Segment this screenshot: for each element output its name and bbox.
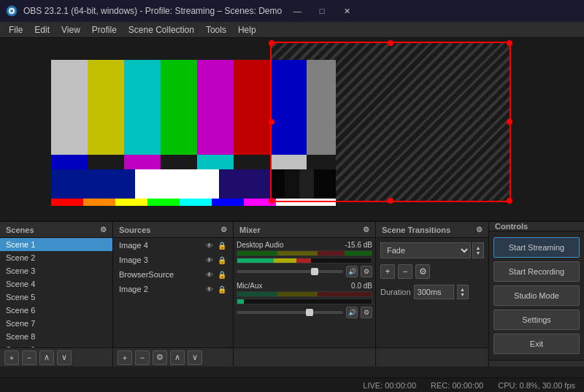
svg-rect-34: [244, 199, 276, 206]
transitions-title: Scene Transitions: [382, 226, 450, 234]
source-visibility-icon[interactable]: 👁: [204, 269, 215, 280]
remove-transition-button[interactable]: −: [398, 264, 412, 279]
svg-rect-35: [276, 199, 336, 206]
desktop-audio-label: Desktop Audio: [237, 241, 284, 249]
add-transition-button[interactable]: +: [380, 264, 395, 279]
title-text: OBS 23.2.1 (64-bit, windows) - Profile: …: [23, 6, 282, 16]
transition-arrow-button[interactable]: ▲ ▼: [472, 242, 484, 258]
mixer-content: Desktop Audio -15.6 dB 🔊: [234, 238, 375, 347]
move-scene-up-button[interactable]: ∧: [39, 350, 54, 365]
svg-rect-6: [88, 60, 124, 155]
transitions-content: Fade Cut Swipe Slide ▲ ▼ + − ⚙ Duration: [376, 238, 488, 347]
duration-input[interactable]: [414, 285, 454, 299]
source-visibility-icon[interactable]: 👁: [204, 240, 215, 250]
mixer-panel-header: Mixer ⚙: [234, 222, 375, 238]
svg-rect-13: [51, 155, 88, 169]
exit-button[interactable]: Exit: [493, 334, 580, 354]
move-source-down-button[interactable]: ∨: [188, 350, 202, 365]
mixer-config-icon[interactable]: ⚙: [363, 226, 369, 234]
mic-aux-label: Mic/Aux: [237, 282, 263, 290]
source-item[interactable]: Image 2 👁 🔒: [113, 282, 233, 296]
scene-item[interactable]: Scene 3: [0, 264, 112, 277]
maximize-button[interactable]: □: [312, 4, 331, 18]
menu-scene-collection[interactable]: Scene Collection: [123, 23, 200, 36]
scene-item[interactable]: Scene 1: [0, 238, 112, 251]
scene-item[interactable]: Scene 2: [0, 251, 112, 264]
scene-item[interactable]: Scene 6: [0, 304, 112, 317]
svg-rect-20: [307, 155, 336, 169]
move-source-up-button[interactable]: ∧: [170, 350, 185, 365]
source-lock-icon[interactable]: 🔒: [217, 240, 227, 250]
svg-rect-18: [234, 155, 270, 169]
mic-aux-fader[interactable]: [237, 311, 343, 314]
scenes-config-icon[interactable]: ⚙: [100, 226, 107, 234]
transition-select[interactable]: Fade Cut Swipe Slide: [380, 242, 471, 258]
menu-tools[interactable]: Tools: [200, 23, 232, 36]
source-item[interactable]: Image 3 👁 🔒: [113, 253, 233, 267]
source-item[interactable]: Image 4 👁 🔒: [113, 238, 233, 253]
mic-aux-mute-button[interactable]: 🔊: [346, 307, 358, 318]
mic-aux-settings-button[interactable]: ⚙: [361, 307, 372, 318]
scenes-title: Scenes: [6, 226, 34, 234]
menu-file[interactable]: File: [3, 23, 28, 36]
mixer-footer: [234, 347, 375, 366]
preview-area: [0, 38, 584, 220]
svg-rect-15: [124, 155, 161, 169]
mixer-title: Mixer: [239, 226, 261, 234]
source-name: Image 3: [119, 255, 148, 264]
mic-aux-meter: [237, 291, 372, 297]
settings-button[interactable]: Settings: [493, 310, 580, 330]
menu-bar: File Edit View Profile Scene Collection …: [0, 22, 584, 38]
source-item[interactable]: BrowserSource 👁 🔒: [113, 267, 233, 282]
desktop-audio-settings-button[interactable]: ⚙: [361, 266, 372, 277]
scenes-panel-header: Scenes ⚙: [0, 222, 112, 238]
source-lock-icon[interactable]: 🔒: [217, 269, 227, 280]
transition-settings-button[interactable]: ⚙: [415, 264, 430, 279]
svg-rect-14: [88, 155, 124, 169]
svg-rect-11: [270, 60, 307, 155]
studio-mode-button[interactable]: Studio Mode: [493, 285, 580, 306]
scenes-panel: Scenes ⚙ Scene 1 Scene 2 Scene 3 Scene 4…: [0, 222, 113, 366]
sources-list: Image 4 👁 🔒 Image 3 👁 🔒 BrowserSource 👁 …: [113, 238, 233, 347]
scenes-list: Scene 1 Scene 2 Scene 3 Scene 4 Scene 5 …: [0, 238, 112, 347]
duration-label: Duration: [380, 288, 411, 296]
source-visibility-icon[interactable]: 👁: [204, 255, 215, 265]
remove-scene-button[interactable]: −: [22, 350, 36, 365]
duration-row: Duration ▲ ▼: [380, 285, 484, 299]
remove-source-button[interactable]: −: [135, 350, 150, 365]
svg-rect-17: [197, 155, 234, 169]
sources-panel: Sources ⚙ Image 4 👁 🔒 Image 3 👁 🔒 Browse…: [113, 222, 234, 366]
obs-icon: [6, 5, 18, 17]
source-lock-icon[interactable]: 🔒: [217, 284, 227, 294]
start-streaming-button[interactable]: Start Streaming: [493, 237, 580, 258]
add-source-button[interactable]: +: [118, 350, 132, 365]
minimize-button[interactable]: —: [288, 4, 307, 18]
menu-help[interactable]: Help: [232, 23, 262, 36]
sources-config-icon[interactable]: ⚙: [220, 226, 227, 234]
menu-edit[interactable]: Edit: [28, 23, 55, 36]
source-name: Image 2: [119, 285, 148, 293]
preview-canvas: [51, 60, 336, 206]
menu-view[interactable]: View: [55, 23, 86, 36]
source-lock-icon[interactable]: 🔒: [217, 255, 227, 265]
controls-content: Start Streaming Start Recording Studio M…: [489, 231, 584, 360]
scene-item[interactable]: Scene 4: [0, 277, 112, 291]
desktop-audio-mute-button[interactable]: 🔊: [346, 266, 358, 277]
scene-item[interactable]: Scene 5: [0, 291, 112, 304]
add-scene-button[interactable]: +: [4, 350, 19, 365]
start-recording-button[interactable]: Start Recording: [493, 261, 580, 282]
menu-profile[interactable]: Profile: [86, 23, 123, 36]
controls-title: Controls: [495, 222, 528, 231]
desktop-audio-fader[interactable]: [237, 270, 343, 273]
scene-item[interactable]: Scene 7: [0, 317, 112, 330]
close-button[interactable]: ✕: [337, 4, 356, 18]
source-config-button[interactable]: ⚙: [153, 350, 167, 365]
desktop-audio-db: -15.6 dB: [345, 241, 372, 249]
scene-item[interactable]: Scene 8: [0, 330, 112, 343]
live-status: LIVE: 00:00:00: [363, 381, 416, 390]
transitions-config-icon[interactable]: ⚙: [476, 226, 483, 234]
duration-arrow-button[interactable]: ▲ ▼: [457, 285, 469, 299]
cpu-status: CPU: 0.8%, 30.00 fps: [498, 381, 575, 390]
move-scene-down-button[interactable]: ∨: [57, 350, 72, 365]
source-visibility-icon[interactable]: 👁: [204, 284, 215, 294]
